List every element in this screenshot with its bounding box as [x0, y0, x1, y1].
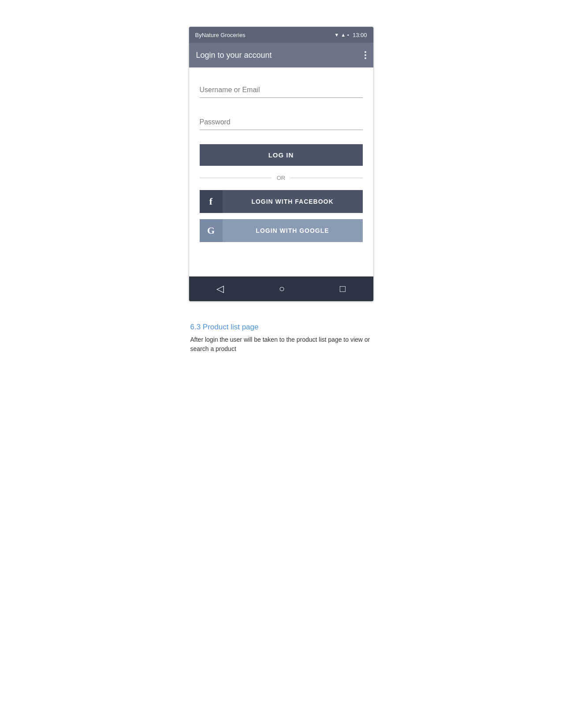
divider-line-right — [290, 178, 362, 178]
status-bar: ByNature Groceries ▼ ▲ ▪ 13:00 — [189, 27, 373, 43]
back-button[interactable]: ◁ — [216, 283, 224, 295]
status-bar-right: ▼ ▲ ▪ 13:00 — [334, 32, 367, 38]
battery-icon: ▪ — [347, 32, 349, 37]
google-icon: G — [200, 219, 223, 242]
or-text: OR — [277, 175, 286, 181]
content-area: LOG IN OR f LOGIN WITH FACEBOOK G LOGIN … — [189, 67, 373, 276]
facebook-icon: f — [200, 190, 223, 213]
facebook-label: LOGIN WITH FACEBOOK — [223, 198, 363, 205]
username-input-group — [200, 82, 363, 98]
divider-line-left — [200, 178, 272, 178]
bottom-spacer — [200, 248, 363, 266]
toolbar-title: Login to your account — [196, 51, 272, 60]
toolbar: Login to your account — [189, 43, 373, 67]
page-wrapper: ByNature Groceries ▼ ▲ ▪ 13:00 Login to … — [0, 26, 562, 710]
google-label: LOGIN WITH GOOGLE — [223, 227, 363, 234]
status-time: 13:00 — [353, 32, 367, 38]
or-divider: OR — [200, 175, 363, 181]
username-input[interactable] — [200, 82, 363, 98]
app-name: ByNature Groceries — [195, 32, 246, 38]
section-description: After login the user will be taken to th… — [190, 335, 372, 354]
phone-mockup: ByNature Groceries ▼ ▲ ▪ 13:00 Login to … — [189, 26, 374, 302]
password-input-group — [200, 114, 363, 130]
section-heading: 6.3 Product list page — [190, 323, 372, 332]
wifi-icon: ▲ — [341, 32, 346, 37]
recent-button[interactable]: □ — [340, 283, 346, 295]
signal-icon: ▼ — [334, 32, 339, 37]
more-options-icon[interactable] — [365, 51, 366, 59]
login-google-button[interactable]: G LOGIN WITH GOOGLE — [200, 219, 363, 242]
nav-bar: ◁ ○ □ — [189, 276, 373, 301]
password-input[interactable] — [200, 114, 363, 130]
home-button[interactable]: ○ — [279, 283, 285, 295]
login-button[interactable]: LOG IN — [200, 144, 363, 166]
below-phone-section: 6.3 Product list page After login the us… — [189, 323, 374, 354]
login-facebook-button[interactable]: f LOGIN WITH FACEBOOK — [200, 190, 363, 213]
input-spacer — [200, 101, 363, 114]
